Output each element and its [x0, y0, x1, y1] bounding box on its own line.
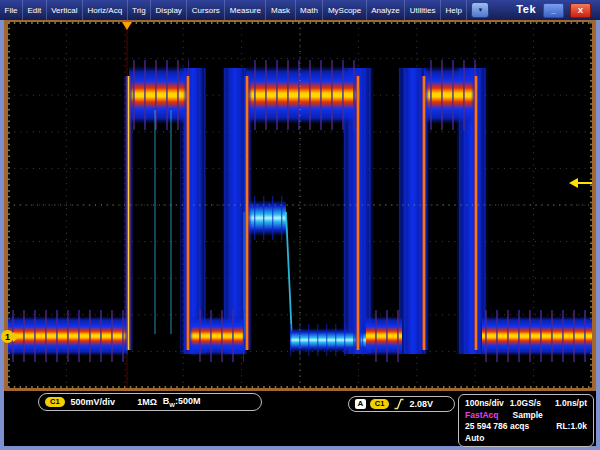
close-icon: X [578, 6, 583, 15]
menu-item-vertical[interactable]: Vertical [47, 0, 83, 20]
oscilloscope-app: FileEditVerticalHoriz/AcqTrigDisplayCurs… [0, 0, 600, 450]
timebase-label: 100ns/div [465, 398, 504, 408]
acq-count-label: 25 594 786 acqs [465, 421, 529, 431]
trigger-level-label: 2.08V [409, 399, 433, 409]
waveform-svg [8, 22, 592, 388]
menu-item-trig[interactable]: Trig [128, 0, 151, 20]
menu-item-cursors[interactable]: Cursors [187, 0, 225, 20]
menu-item-analyze[interactable]: Analyze [367, 0, 405, 20]
fastacq-status: FastAcq [465, 410, 499, 420]
window-frame-left [0, 20, 4, 450]
menu-item-utilities[interactable]: Utilities [405, 0, 441, 20]
channel1-badge: C1 [45, 397, 65, 407]
menu-overflow-button[interactable]: ▼ [471, 2, 489, 18]
impedance-label: 1MΩ [137, 397, 157, 407]
sample-rate-label: 1.0GS/s [510, 398, 541, 408]
trigger-a-badge: A [355, 399, 366, 409]
menu-item-horiz-acq[interactable]: Horiz/Acq [83, 0, 128, 20]
vertical-scale-label: 500mV/div [71, 397, 116, 407]
menu-item-file[interactable]: File [0, 0, 23, 20]
trigger-position-marker[interactable] [122, 22, 132, 30]
menu-item-display[interactable]: Display [151, 0, 187, 20]
display-bezel-bottom [4, 388, 592, 391]
menu-bar: FileEditVerticalHoriz/AcqTrigDisplayCurs… [0, 0, 600, 20]
display-bezel-top [4, 20, 592, 22]
menu-item-mask[interactable]: Mask [266, 0, 295, 20]
window-frame-right [596, 20, 600, 450]
rising-edge-icon [393, 398, 405, 410]
trigger-readout[interactable]: A C1 2.08V [348, 396, 455, 412]
channel1-position-marker[interactable]: 1 [1, 330, 19, 343]
trigger-source-badge: C1 [370, 399, 390, 409]
menu-item-measure[interactable]: Measure [225, 0, 266, 20]
trigger-mode-label: Auto [465, 433, 484, 443]
resolution-label: 1.0ns/pt [555, 398, 587, 408]
acq-mode-label: Sample [513, 410, 543, 420]
menu-item-math[interactable]: Math [296, 0, 324, 20]
waveform-display [8, 22, 592, 388]
menu-item-help[interactable]: Help [441, 0, 467, 20]
menu-item-edit[interactable]: Edit [23, 0, 47, 20]
tek-logo: Tek [516, 3, 536, 15]
close-button[interactable]: X [570, 3, 591, 18]
minimize-icon: _ [551, 9, 555, 13]
menu-items: FileEditVerticalHoriz/AcqTrigDisplayCurs… [0, 0, 467, 20]
trigger-level-marker[interactable] [569, 178, 578, 188]
minimize-button[interactable]: _ [543, 3, 564, 18]
channel1-marker-arrow-icon [13, 332, 19, 342]
horizontal-readout[interactable]: 100ns/div 1.0GS/s 1.0ns/pt FastAcq Sampl… [458, 394, 594, 447]
channel1-readout[interactable]: C1 500mV/div 1MΩ BW:500M [38, 393, 262, 411]
bandwidth-label: BW:500M [163, 396, 201, 408]
menu-item-myscope[interactable]: MyScope [323, 0, 366, 20]
chevron-down-icon: ▼ [477, 7, 483, 13]
record-length-label: RL:1.0k [556, 421, 587, 431]
